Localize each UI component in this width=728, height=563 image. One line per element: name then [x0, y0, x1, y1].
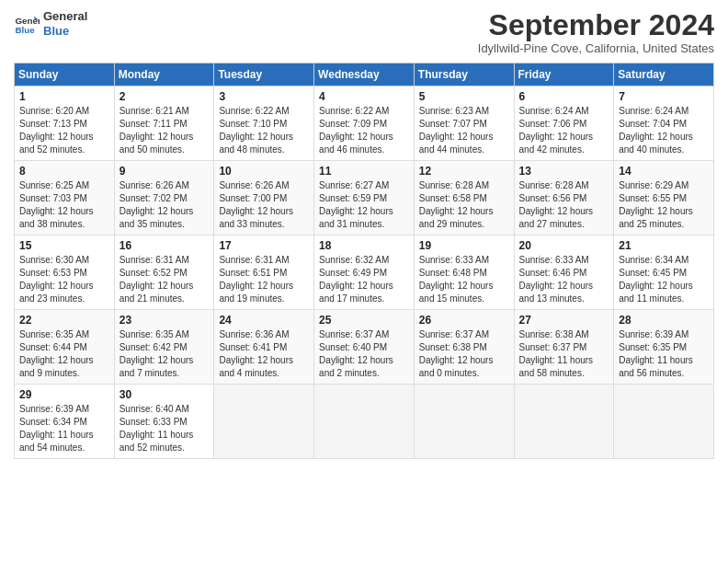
day-header-monday: Monday: [114, 63, 214, 86]
calendar-cell: 23Sunrise: 6:35 AM Sunset: 6:42 PM Dayli…: [114, 310, 214, 385]
calendar-cell: 15Sunrise: 6:30 AM Sunset: 6:53 PM Dayli…: [15, 236, 115, 310]
day-number: 1: [19, 90, 109, 103]
day-number: 17: [219, 239, 309, 252]
calendar-cell: 3Sunrise: 6:22 AM Sunset: 7:10 PM Daylig…: [214, 86, 314, 161]
calendar-cell: 16Sunrise: 6:31 AM Sunset: 6:52 PM Dayli…: [114, 236, 214, 310]
calendar-cell: 2Sunrise: 6:21 AM Sunset: 7:11 PM Daylig…: [114, 86, 214, 161]
day-info: Sunrise: 6:23 AM Sunset: 7:07 PM Dayligh…: [419, 105, 509, 156]
day-info: Sunrise: 6:28 AM Sunset: 6:58 PM Dayligh…: [419, 179, 509, 231]
day-number: 16: [119, 239, 210, 252]
day-info: Sunrise: 6:27 AM Sunset: 6:59 PM Dayligh…: [319, 179, 409, 231]
logo-general: General: [43, 9, 87, 24]
calendar-week-3: 15Sunrise: 6:30 AM Sunset: 6:53 PM Dayli…: [15, 236, 714, 310]
logo-icon: General Blue: [14, 11, 40, 37]
day-info: Sunrise: 6:34 AM Sunset: 6:45 PM Dayligh…: [619, 254, 709, 305]
calendar-cell: 14Sunrise: 6:29 AM Sunset: 6:55 PM Dayli…: [614, 161, 714, 236]
calendar-header: SundayMondayTuesdayWednesdayThursdayFrid…: [15, 63, 714, 86]
calendar-cell: 18Sunrise: 6:32 AM Sunset: 6:49 PM Dayli…: [314, 236, 415, 310]
day-info: Sunrise: 6:37 AM Sunset: 6:40 PM Dayligh…: [319, 328, 409, 380]
calendar-cell: 28Sunrise: 6:39 AM Sunset: 6:35 PM Dayli…: [614, 310, 714, 385]
day-number: 18: [319, 239, 409, 252]
page-header: General Blue General Blue September 2024…: [14, 9, 714, 55]
calendar-week-2: 8Sunrise: 6:25 AM Sunset: 7:03 PM Daylig…: [15, 161, 714, 236]
calendar-cell: 29Sunrise: 6:39 AM Sunset: 6:34 PM Dayli…: [15, 385, 115, 459]
day-number: 20: [519, 239, 609, 252]
calendar-cell: 8Sunrise: 6:25 AM Sunset: 7:03 PM Daylig…: [15, 161, 115, 236]
day-number: 9: [119, 165, 210, 178]
calendar-cell: 12Sunrise: 6:28 AM Sunset: 6:58 PM Dayli…: [414, 161, 514, 236]
calendar-cell: 9Sunrise: 6:26 AM Sunset: 7:02 PM Daylig…: [114, 161, 214, 236]
calendar-cell: 21Sunrise: 6:34 AM Sunset: 6:45 PM Dayli…: [614, 236, 714, 310]
calendar-cell: [314, 385, 415, 459]
day-number: 21: [619, 239, 709, 252]
day-number: 13: [519, 165, 609, 178]
day-number: 15: [19, 239, 109, 252]
calendar-cell: 13Sunrise: 6:28 AM Sunset: 6:56 PM Dayli…: [514, 161, 614, 236]
calendar-cell: 11Sunrise: 6:27 AM Sunset: 6:59 PM Dayli…: [314, 161, 415, 236]
day-info: Sunrise: 6:20 AM Sunset: 7:13 PM Dayligh…: [19, 105, 109, 156]
calendar-cell: [614, 385, 714, 459]
day-number: 24: [219, 314, 309, 327]
calendar-cell: 1Sunrise: 6:20 AM Sunset: 7:13 PM Daylig…: [15, 86, 115, 161]
day-number: 23: [119, 314, 210, 327]
day-info: Sunrise: 6:24 AM Sunset: 7:04 PM Dayligh…: [619, 105, 709, 156]
day-info: Sunrise: 6:26 AM Sunset: 7:00 PM Dayligh…: [219, 179, 309, 231]
calendar-cell: 26Sunrise: 6:37 AM Sunset: 6:38 PM Dayli…: [414, 310, 514, 385]
day-info: Sunrise: 6:32 AM Sunset: 6:49 PM Dayligh…: [319, 254, 409, 305]
calendar-week-4: 22Sunrise: 6:35 AM Sunset: 6:44 PM Dayli…: [15, 310, 714, 385]
calendar-cell: [514, 385, 614, 459]
day-number: 5: [419, 90, 509, 103]
day-header-tuesday: Tuesday: [214, 63, 314, 86]
calendar-table: SundayMondayTuesdayWednesdayThursdayFrid…: [14, 63, 714, 459]
day-number: 28: [619, 314, 709, 327]
calendar-cell: 6Sunrise: 6:24 AM Sunset: 7:06 PM Daylig…: [514, 86, 614, 161]
month-title: September 2024: [478, 9, 714, 41]
day-number: 11: [319, 165, 409, 178]
day-number: 4: [319, 90, 409, 103]
day-number: 22: [19, 314, 109, 327]
day-info: Sunrise: 6:31 AM Sunset: 6:52 PM Dayligh…: [119, 254, 210, 305]
day-number: 30: [119, 388, 210, 401]
day-number: 19: [419, 239, 509, 252]
day-info: Sunrise: 6:37 AM Sunset: 6:38 PM Dayligh…: [419, 328, 509, 380]
day-number: 7: [619, 90, 709, 103]
day-info: Sunrise: 6:30 AM Sunset: 6:53 PM Dayligh…: [19, 254, 109, 305]
day-header-friday: Friday: [514, 63, 614, 86]
logo-blue: Blue: [43, 24, 87, 39]
day-number: 2: [119, 90, 210, 103]
day-info: Sunrise: 6:26 AM Sunset: 7:02 PM Dayligh…: [119, 179, 210, 231]
day-info: Sunrise: 6:39 AM Sunset: 6:35 PM Dayligh…: [619, 328, 709, 380]
day-info: Sunrise: 6:35 AM Sunset: 6:42 PM Dayligh…: [119, 328, 210, 380]
location: Idyllwild-Pine Cove, California, United …: [478, 41, 714, 55]
calendar-cell: 19Sunrise: 6:33 AM Sunset: 6:48 PM Dayli…: [414, 236, 514, 310]
calendar-cell: 27Sunrise: 6:38 AM Sunset: 6:37 PM Dayli…: [514, 310, 614, 385]
day-number: 29: [19, 388, 109, 401]
day-info: Sunrise: 6:22 AM Sunset: 7:10 PM Dayligh…: [219, 105, 309, 156]
day-info: Sunrise: 6:35 AM Sunset: 6:44 PM Dayligh…: [19, 328, 109, 380]
day-info: Sunrise: 6:24 AM Sunset: 7:06 PM Dayligh…: [519, 105, 609, 156]
calendar-cell: 22Sunrise: 6:35 AM Sunset: 6:44 PM Dayli…: [15, 310, 115, 385]
calendar-cell: 4Sunrise: 6:22 AM Sunset: 7:09 PM Daylig…: [314, 86, 415, 161]
day-number: 8: [19, 165, 109, 178]
day-number: 27: [519, 314, 609, 327]
day-info: Sunrise: 6:29 AM Sunset: 6:55 PM Dayligh…: [619, 179, 709, 231]
day-info: Sunrise: 6:40 AM Sunset: 6:33 PM Dayligh…: [119, 403, 210, 454]
day-number: 26: [419, 314, 509, 327]
day-number: 25: [319, 314, 409, 327]
day-info: Sunrise: 6:33 AM Sunset: 6:46 PM Dayligh…: [519, 254, 609, 305]
calendar-cell: [414, 385, 514, 459]
calendar-week-5: 29Sunrise: 6:39 AM Sunset: 6:34 PM Dayli…: [15, 385, 714, 459]
day-header-saturday: Saturday: [614, 63, 714, 86]
day-info: Sunrise: 6:21 AM Sunset: 7:11 PM Dayligh…: [119, 105, 210, 156]
logo: General Blue General Blue: [14, 9, 87, 38]
day-header-sunday: Sunday: [15, 63, 115, 86]
calendar-cell: 20Sunrise: 6:33 AM Sunset: 6:46 PM Dayli…: [514, 236, 614, 310]
calendar-cell: 7Sunrise: 6:24 AM Sunset: 7:04 PM Daylig…: [614, 86, 714, 161]
day-number: 6: [519, 90, 609, 103]
day-info: Sunrise: 6:22 AM Sunset: 7:09 PM Dayligh…: [319, 105, 409, 156]
calendar-cell: 30Sunrise: 6:40 AM Sunset: 6:33 PM Dayli…: [114, 385, 214, 459]
title-block: September 2024 Idyllwild-Pine Cove, Cali…: [478, 9, 714, 55]
day-header-wednesday: Wednesday: [314, 63, 415, 86]
calendar-cell: 10Sunrise: 6:26 AM Sunset: 7:00 PM Dayli…: [214, 161, 314, 236]
calendar-cell: [214, 385, 314, 459]
